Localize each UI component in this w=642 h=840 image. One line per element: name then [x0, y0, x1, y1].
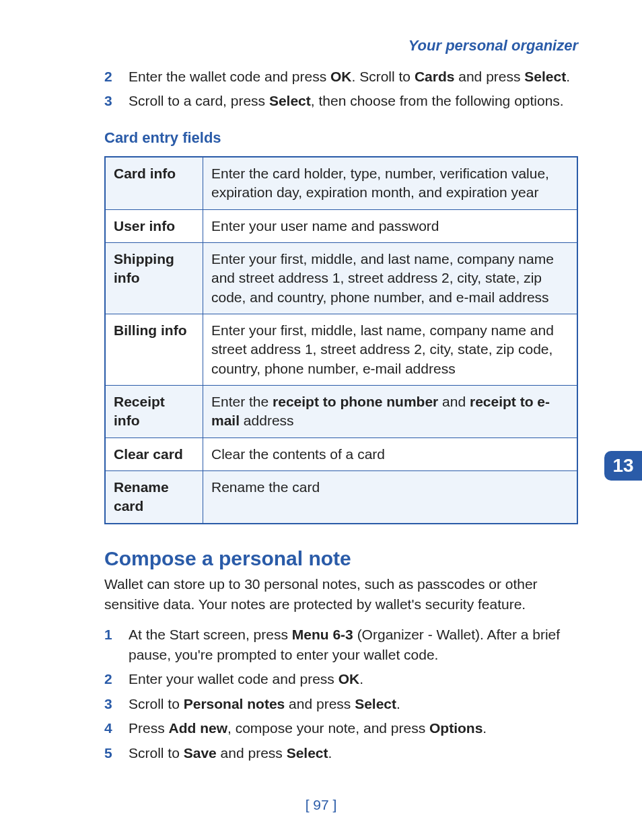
step: 3Scroll to a card, press Select, then ch…	[104, 91, 578, 111]
section-header: Your personal organizer	[104, 37, 578, 55]
bold-text: receipt to phone number	[273, 394, 438, 409]
row-description: Enter your user name and password	[203, 209, 578, 242]
bold-text: Cards	[415, 69, 455, 84]
step-number: 3	[104, 91, 129, 111]
row-description: Enter your first, middle, and last name,…	[203, 242, 578, 314]
step-number: 5	[104, 743, 129, 763]
bold-text: Personal notes	[184, 696, 285, 711]
table-row: Rename cardRename the card	[105, 471, 577, 524]
table-row: Clear cardClear the contents of a card	[105, 438, 577, 470]
chapter-tab: 13	[604, 451, 642, 481]
page-number: [ 97 ]	[0, 797, 642, 813]
bold-text: Add new	[169, 720, 228, 736]
step-number: 3	[104, 694, 129, 714]
row-description: Clear the contents of a card	[203, 438, 578, 470]
section-paragraph: Wallet can store up to 30 personal notes…	[104, 574, 578, 615]
bold-text: Select	[287, 745, 328, 761]
bold-text: Options	[429, 720, 483, 736]
step-text: Scroll to Personal notes and press Selec…	[129, 694, 578, 714]
row-label: Rename card	[105, 471, 203, 524]
step: 5Scroll to Save and press Select.	[104, 743, 578, 763]
bold-text: OK	[330, 69, 352, 84]
table-row: Card infoEnter the card holder, type, nu…	[105, 157, 577, 209]
row-label: Billing info	[105, 314, 203, 385]
table-heading: Card entry fields	[104, 129, 578, 147]
row-label: Shipping info	[105, 242, 203, 314]
step-text: Enter your wallet code and press OK.	[129, 669, 578, 689]
bold-text: Select	[355, 696, 396, 711]
step: 3Scroll to Personal notes and press Sele…	[104, 694, 578, 714]
row-description: Enter the card holder, type, number, ver…	[203, 157, 578, 209]
bold-text: Select	[269, 93, 311, 108]
bold-text: Save	[184, 745, 217, 761]
row-description: Rename the card	[203, 471, 578, 524]
step-number: 2	[104, 669, 129, 689]
card-entry-table: Card infoEnter the card holder, type, nu…	[104, 156, 578, 524]
step-text: Press Add new, compose your note, and pr…	[129, 718, 578, 738]
step-number: 2	[104, 67, 129, 87]
row-label: User info	[105, 209, 203, 242]
step-text: Enter the wallet code and press OK. Scro…	[129, 67, 578, 87]
step-text: Scroll to a card, press Select, then cho…	[129, 91, 578, 111]
row-label: Card info	[105, 157, 203, 209]
step: 4Press Add new, compose your note, and p…	[104, 718, 578, 738]
table-row: Billing infoEnter your first, middle, la…	[105, 314, 577, 385]
row-label: Receipt info	[105, 385, 203, 438]
row-description: Enter your first, middle, last name, com…	[203, 314, 578, 385]
step-number: 4	[104, 718, 129, 738]
step-text: Scroll to Save and press Select.	[129, 743, 578, 763]
table-row: Shipping infoEnter your first, middle, a…	[105, 242, 577, 314]
row-label: Clear card	[105, 438, 203, 470]
bold-text: Select	[524, 69, 566, 84]
step-text: At the Start screen, press Menu 6-3 (Org…	[129, 625, 578, 666]
step: 2Enter the wallet code and press OK. Scr…	[104, 67, 578, 87]
table-row: Receipt infoEnter the receipt to phone n…	[105, 385, 577, 438]
step: 1At the Start screen, press Menu 6-3 (Or…	[104, 625, 578, 666]
step-number: 1	[104, 625, 129, 645]
bold-text: Menu 6-3	[292, 627, 353, 642]
bold-text: OK	[338, 671, 360, 687]
row-description: Enter the receipt to phone number and re…	[203, 385, 578, 438]
step: 2Enter your wallet code and press OK.	[104, 669, 578, 689]
section-heading: Compose a personal note	[104, 547, 578, 570]
table-row: User infoEnter your user name and passwo…	[105, 209, 577, 242]
